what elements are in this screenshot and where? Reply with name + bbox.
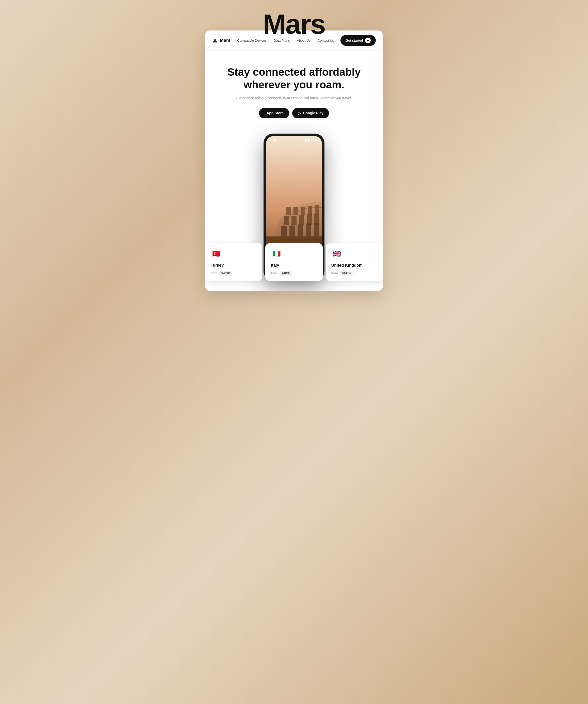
turkey-name: Turkey bbox=[211, 263, 257, 268]
svg-rect-4 bbox=[286, 207, 291, 215]
get-started-button[interactable]: Get started ▶ bbox=[340, 35, 376, 46]
phone-time: 5:41 bbox=[271, 139, 276, 142]
uk-price-badge: $4/GB bbox=[340, 271, 353, 276]
nav-compatible-devices[interactable]: Compatible Devices bbox=[237, 39, 267, 43]
cta-arrow-circle: ▶ bbox=[365, 38, 371, 43]
hero-subtitle: Experience reliable connectivity at econ… bbox=[215, 96, 373, 101]
bottom-spacer bbox=[205, 281, 383, 291]
uk-name: United Kingdom bbox=[331, 263, 377, 268]
hero-title: Stay connected affordably wherever you r… bbox=[215, 66, 373, 92]
svg-rect-19 bbox=[289, 226, 295, 236]
svg-rect-6 bbox=[301, 207, 305, 215]
svg-rect-13 bbox=[299, 215, 304, 225]
uk-price: from $4/GB bbox=[331, 271, 377, 276]
google-play-button[interactable]: ▷ Google Play bbox=[292, 108, 329, 118]
svg-rect-7 bbox=[308, 206, 312, 215]
turkey-from: from bbox=[211, 271, 217, 275]
brand-icon bbox=[212, 38, 218, 43]
svg-rect-22 bbox=[314, 223, 319, 236]
hero-section: Stay connected affordably wherever you r… bbox=[205, 51, 383, 133]
svg-rect-20 bbox=[298, 225, 303, 236]
turkey-flag: 🇹🇷 bbox=[211, 248, 222, 259]
phone-area: 5:41 ▌▌▌ wifi ▬ bbox=[205, 133, 383, 281]
app-store-button[interactable]: App Store bbox=[259, 108, 289, 118]
uk-from: from bbox=[331, 271, 338, 275]
svg-rect-14 bbox=[307, 214, 312, 225]
brand: Mars bbox=[212, 38, 231, 43]
cta-arrow-icon: ▶ bbox=[367, 39, 369, 42]
svg-rect-5 bbox=[293, 207, 298, 215]
colosseum-svg bbox=[266, 136, 322, 260]
italy-from: from bbox=[271, 271, 277, 275]
svg-rect-11 bbox=[284, 216, 289, 225]
svg-rect-8 bbox=[315, 205, 319, 215]
get-started-label: Get started bbox=[345, 39, 363, 43]
big-hero-title: Mars bbox=[263, 10, 325, 38]
phone-screen: 5:41 ▌▌▌ wifi ▬ bbox=[266, 136, 322, 260]
svg-marker-0 bbox=[213, 38, 217, 43]
status-bar: 5:41 ▌▌▌ wifi ▬ bbox=[266, 136, 322, 143]
svg-rect-18 bbox=[281, 226, 287, 236]
turkey-price-badge: $4/GB bbox=[219, 271, 232, 276]
country-card-turkey: 🇹🇷 Turkey from $4/GB bbox=[205, 243, 262, 281]
app-store-label: App Store bbox=[267, 111, 283, 115]
country-card-uk: 🇬🇧 United Kingdom from $4/GB bbox=[326, 243, 383, 281]
brand-label: Mars bbox=[220, 38, 231, 43]
play-icon: ▷ bbox=[298, 111, 301, 116]
uk-flag: 🇬🇧 bbox=[331, 248, 342, 259]
page-wrapper: Mars Mars Compatible Devices Data Plans … bbox=[205, 10, 383, 291]
italy-name: Italy bbox=[271, 263, 317, 268]
signal-icon: ▌▌▌ bbox=[305, 139, 310, 141]
main-card: Mars Compatible Devices Data Plans About… bbox=[205, 31, 383, 291]
turkey-price: from $4/GB bbox=[211, 271, 257, 276]
country-card-italy: 🇮🇹 Italy from $4/GB bbox=[265, 243, 322, 281]
italy-price: from $4/GB bbox=[271, 271, 317, 276]
svg-rect-21 bbox=[306, 224, 311, 236]
colosseum-image bbox=[266, 136, 322, 260]
wifi-icon: wifi bbox=[311, 139, 314, 141]
battery-icon: ▬ bbox=[315, 139, 317, 141]
italy-flag: 🇮🇹 bbox=[271, 248, 282, 259]
app-buttons: App Store ▷ Google Play bbox=[215, 108, 373, 118]
google-play-label: Google Play bbox=[303, 111, 323, 115]
phone-status-icons: ▌▌▌ wifi ▬ bbox=[305, 139, 317, 141]
svg-rect-12 bbox=[291, 216, 297, 225]
italy-price-badge: $4/GB bbox=[279, 271, 292, 276]
country-cards: 🇹🇷 Turkey from $4/GB 🇮🇹 Italy from $4/GB bbox=[205, 243, 383, 281]
